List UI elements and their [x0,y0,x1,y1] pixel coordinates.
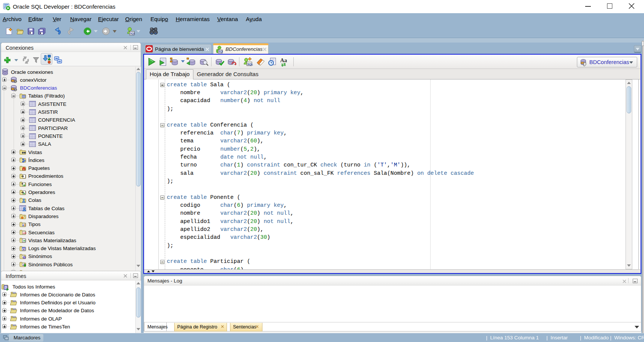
svg-text:SQL: SQL [130,32,135,35]
svg-text:SQL: SQL [247,63,253,66]
svg-text:SQL: SQL [219,50,223,53]
svg-text:9: 9 [24,224,25,226]
svg-text:123: 123 [23,232,26,234]
svg-text:Aa: Aa [280,57,287,63]
